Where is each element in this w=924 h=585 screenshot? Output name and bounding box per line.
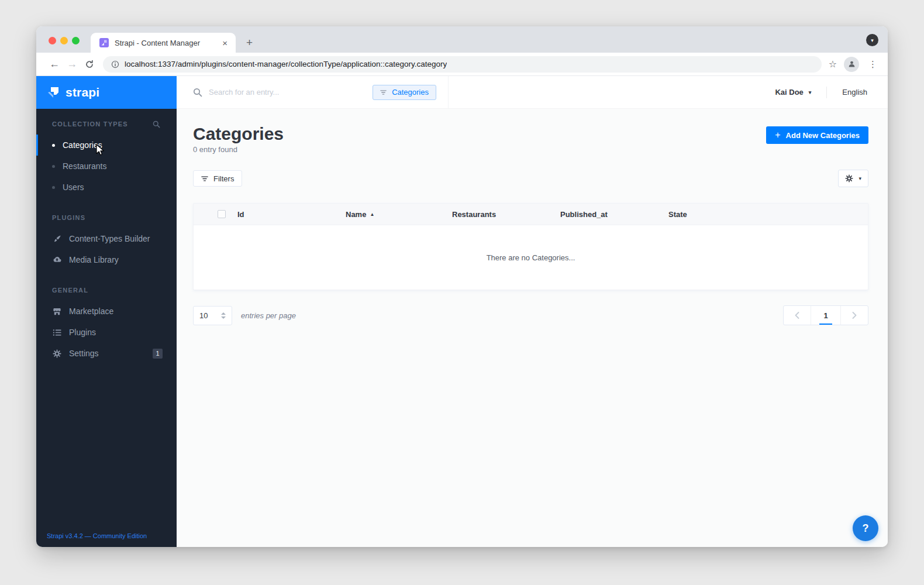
strapi-favicon [99, 38, 109, 47]
sort-asc-icon: ▲ [370, 212, 374, 217]
add-button-label: Add New Categories [786, 131, 860, 140]
chevron-down-icon: ▾ [871, 37, 874, 43]
search-icon [193, 88, 202, 97]
tab-close-icon[interactable]: × [220, 38, 230, 48]
search-zone: Categories [177, 76, 449, 108]
browser-menu-icon[interactable]: ⋮ [866, 59, 880, 70]
add-new-categories-button[interactable]: + Add New Categories [766, 126, 868, 144]
reload-icon [85, 60, 94, 69]
entry-count: 0 entry found [193, 145, 284, 154]
close-window-button[interactable] [49, 37, 56, 44]
app-topbar: Categories Kai Doe ▾ English [177, 76, 888, 109]
strapi-logo-icon [47, 86, 60, 99]
per-page-value: 10 [199, 311, 208, 320]
forward-button[interactable]: → [63, 58, 81, 70]
minimize-window-button[interactable] [60, 37, 68, 44]
search-icon[interactable] [153, 121, 160, 128]
site-info-icon[interactable] [111, 60, 119, 68]
table-footer: 10 entries per page 1 [193, 305, 868, 325]
main-panel: Categories Kai Doe ▾ English Categories [177, 76, 888, 547]
sidebar-item-users[interactable]: Users [36, 177, 177, 198]
entries-per-page-select[interactable]: 10 [193, 306, 232, 325]
filter-icon [380, 90, 387, 95]
maximize-window-button[interactable] [72, 37, 80, 44]
sidebar-item-label: Restaurants [63, 161, 106, 171]
plus-icon: + [775, 130, 780, 140]
browser-tab[interactable]: Strapi - Content Manager × [91, 33, 236, 53]
divider [826, 87, 827, 98]
column-header-state[interactable]: State [668, 210, 868, 219]
sidebar-item-label: Users [63, 183, 84, 192]
column-header-published-at[interactable]: Published_at [560, 210, 668, 219]
empty-state-message: There are no Categories... [194, 225, 868, 290]
per-page-control: 10 entries per page [193, 306, 296, 325]
bookmark-star-icon[interactable]: ☆ [829, 58, 837, 70]
sidebar-item-label: Marketplace [69, 307, 113, 316]
table-header-row: Id Name ▲ Restaurants Published_at State [194, 204, 868, 225]
strapi-logo-text: strapi [65, 85, 99, 99]
sidebar-item-label: Plugins [69, 328, 96, 337]
topbar-right: Kai Doe ▾ English [775, 87, 888, 98]
sidebar-item-categories[interactable]: Categories [36, 135, 177, 156]
column-header-name[interactable]: Name ▲ [346, 210, 452, 219]
help-button[interactable]: ? [853, 515, 878, 541]
browser-profile-avatar[interactable] [844, 57, 859, 72]
column-header-restaurants[interactable]: Restaurants [452, 210, 560, 219]
reload-button[interactable] [81, 60, 98, 69]
page-header: Categories 0 entry found + Add New Categ… [193, 124, 868, 154]
browser-toolbar: ← → localhost:1337/admin/plugins/content… [36, 53, 888, 76]
brush-icon [52, 235, 61, 243]
sidebar-item-marketplace[interactable]: Marketplace [36, 301, 177, 322]
window-controls [49, 37, 80, 44]
column-header-id[interactable]: Id [237, 210, 346, 219]
strapi-version-link[interactable]: Strapi v3.4.2 — Community Edition [36, 532, 177, 547]
sidebar-item-label: Settings [69, 349, 99, 358]
sidebar-item-label: Media Library [69, 255, 119, 264]
bullet-icon [52, 144, 55, 147]
sidebar-item-label: Categories [63, 140, 102, 150]
select-all-cell [194, 210, 237, 218]
tab-title: Strapi - Content Manager [115, 39, 220, 47]
filters-button[interactable]: Filters [193, 170, 242, 187]
select-all-checkbox[interactable] [218, 210, 226, 218]
section-title: COLLECTION TYPES [52, 121, 128, 128]
sidebar-item-settings[interactable]: Settings 1 [36, 343, 177, 364]
url-text: localhost:1337/admin/plugins/content-man… [125, 60, 447, 68]
new-tab-button[interactable]: + [243, 36, 256, 49]
categories-table: Id Name ▲ Restaurants Published_at State… [193, 203, 868, 290]
chip-label: Categories [392, 88, 429, 97]
user-menu[interactable]: Kai Doe ▾ [775, 88, 811, 97]
per-page-label: entries per page [241, 311, 296, 320]
next-page-button[interactable] [841, 306, 868, 325]
section-general: GENERAL [36, 285, 177, 295]
shop-icon [52, 307, 61, 316]
chevron-right-icon [852, 312, 857, 319]
strapi-admin-app: strapi COLLECTION TYPES Categories Resta… [36, 76, 888, 547]
tab-search-button[interactable]: ▾ [866, 34, 878, 46]
collection-filter-chip[interactable]: Categories [373, 85, 436, 100]
filters-label: Filters [213, 174, 234, 183]
sidebar-item-content-types-builder[interactable]: Content-Types Builder [36, 228, 177, 249]
sidebar-item-restaurants[interactable]: Restaurants [36, 156, 177, 177]
page-title: Categories [193, 124, 284, 143]
page-number[interactable]: 1 [811, 306, 841, 325]
search-input[interactable] [209, 88, 366, 97]
browser-window: Strapi - Content Manager × + ▾ ← → local… [36, 26, 888, 547]
settings-badge: 1 [153, 349, 163, 359]
table-settings-button[interactable]: ▾ [838, 170, 868, 187]
bullet-icon [52, 186, 55, 189]
person-icon [847, 60, 856, 68]
sidebar-item-plugins[interactable]: Plugins [36, 322, 177, 343]
url-bar[interactable]: localhost:1337/admin/plugins/content-man… [103, 56, 822, 73]
section-title: PLUGINS [52, 214, 85, 221]
sidebar-nav: COLLECTION TYPES Categories Restaurants … [36, 109, 177, 532]
chevron-down-icon: ▾ [859, 176, 861, 181]
browser-tab-strip: Strapi - Content Manager × + ▾ [36, 26, 888, 53]
previous-page-button[interactable] [784, 306, 811, 325]
gear-icon [52, 349, 61, 358]
back-button[interactable]: ← [46, 58, 63, 70]
sidebar-item-media-library[interactable]: Media Library [36, 249, 177, 270]
locale-select[interactable]: English [842, 88, 867, 97]
strapi-logo[interactable]: strapi [36, 76, 177, 109]
pagination: 1 [783, 305, 868, 325]
